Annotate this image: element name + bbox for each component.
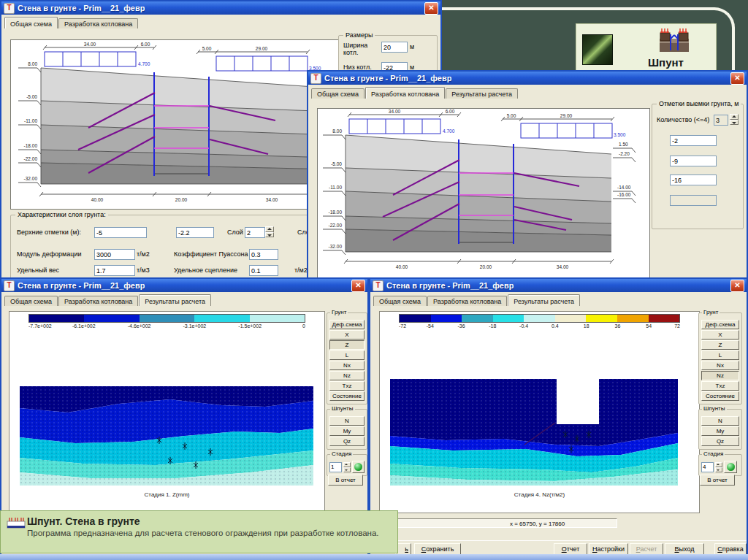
scale-segment — [493, 315, 524, 322]
scale-segment — [462, 315, 493, 322]
top-mark-2-field[interactable] — [176, 227, 214, 238]
cross-section-box: 34.00 6.00 5.00 29.00 4.700 3.500 8.00 -… — [10, 39, 339, 210]
results-panel: Грунт Деф.схема X Z L Nx Nz Txz Состояни… — [698, 312, 742, 480]
dim-label: 6.00 — [446, 109, 455, 114]
pit-width-field[interactable] — [381, 42, 408, 53]
layer-field[interactable] — [245, 227, 265, 238]
state-button[interactable]: Состояние — [329, 391, 365, 401]
close-icon[interactable] — [730, 72, 744, 85]
app-icon — [310, 73, 321, 84]
count-label: Количество (<=4) — [657, 116, 709, 123]
scale-tick-label: -1.5e+002 — [238, 323, 262, 329]
x-button[interactable]: X — [701, 330, 739, 340]
group-label: Грунт — [702, 309, 720, 315]
title-bar[interactable]: Стена в грунте - Prim__21_февр — [1, 279, 367, 292]
elevation-label: 8.00 — [332, 129, 342, 134]
tab-excavation[interactable]: Разработка котлована — [427, 296, 507, 306]
unit-label: м — [410, 43, 414, 50]
elevation-label: -32.00 — [24, 176, 38, 181]
stage-spinner[interactable] — [715, 462, 722, 472]
title-bar[interactable]: Стена в грунте - Prim__21_февр — [1, 1, 440, 15]
weight-field[interactable] — [94, 265, 135, 276]
app-icon — [373, 280, 383, 291]
tab-general-scheme[interactable]: Общая схема — [4, 17, 58, 28]
title-bar[interactable]: Стена в грунте - Prim__21_февр — [308, 72, 747, 85]
stage-field[interactable] — [701, 462, 714, 472]
scale-segment — [250, 315, 305, 322]
modulus-field[interactable] — [94, 249, 135, 260]
txz-button[interactable]: Txz — [329, 381, 365, 391]
poisson-label: Коэффициент Пуассона — [174, 250, 248, 258]
title-bar[interactable]: Стена в грунте - Prim__21_февр — [370, 279, 747, 292]
mark-2-field[interactable] — [670, 156, 717, 166]
tab-results[interactable]: Результаты расчета — [139, 294, 211, 306]
scale-segment — [194, 315, 249, 322]
scale-tick-label: -6.1e+002 — [72, 323, 96, 329]
z-button[interactable]: Z — [701, 340, 739, 350]
group-label: Отметки выемки грунта, м — [657, 100, 741, 107]
nz-button[interactable]: Nz — [701, 371, 739, 380]
tab-excavation[interactable]: Разработка котлована — [58, 18, 138, 28]
layer-spinner[interactable] — [265, 226, 274, 237]
close-icon[interactable] — [730, 280, 744, 292]
tab-excavation[interactable]: Разработка котлована — [58, 296, 138, 306]
group-label: Шпунты — [702, 405, 727, 412]
my-button[interactable]: My — [329, 426, 365, 436]
to-report-button[interactable]: В отчет — [328, 475, 363, 486]
stage-spinner[interactable] — [343, 462, 351, 472]
nx-button[interactable]: Nx — [701, 361, 739, 370]
scale-tick-label: -36 — [457, 323, 465, 329]
tab-general-scheme[interactable]: Общая схема — [373, 296, 427, 306]
count-field[interactable] — [714, 115, 728, 126]
cohesion-field[interactable] — [249, 265, 278, 276]
apply-stage-button[interactable] — [724, 461, 737, 473]
scale-tick-label: 36 — [615, 323, 621, 329]
top-mark-1-field[interactable] — [94, 227, 147, 238]
deform-scheme-button[interactable]: Деф.схема — [701, 320, 739, 329]
txz-button[interactable]: Txz — [701, 381, 739, 391]
elevation-label: -5.00 — [26, 94, 37, 99]
scale-segment — [649, 315, 680, 322]
l-button[interactable]: L — [329, 350, 365, 360]
slide-background: Шпунт Стена в грунте - Prim__21_февр Общ… — [0, 0, 748, 560]
qz-button[interactable]: Qz — [329, 437, 365, 446]
mark-3-field[interactable] — [670, 174, 717, 185]
tab-general-scheme[interactable]: Общая схема — [311, 88, 365, 99]
apply-stage-button[interactable] — [352, 461, 365, 473]
to-report-button[interactable]: В отчет — [700, 475, 735, 486]
my-button[interactable]: My — [701, 426, 739, 436]
dim-label: 6.00 — [141, 42, 150, 47]
qz-button[interactable]: Qz — [701, 437, 739, 446]
state-button[interactable]: Состояние — [701, 391, 739, 401]
dim-label: 20.00 — [480, 264, 492, 269]
deform-scheme-button[interactable]: Деф.схема — [329, 320, 365, 329]
fem-mesh-plot — [380, 331, 698, 494]
app-icon — [4, 3, 15, 14]
n-button[interactable]: N — [329, 416, 365, 426]
plot-caption: Стадия 4. Nz(т/м2) — [380, 491, 699, 498]
elevation-label: -11.00 — [329, 185, 342, 190]
window-excavation: Стена в грунте - Prim__21_февр Общая схе… — [307, 70, 748, 279]
nx-button[interactable]: Nx — [329, 361, 365, 370]
nz-button[interactable]: Nz — [329, 371, 365, 380]
dim-label: 29.00 — [256, 46, 268, 51]
n-button[interactable]: N — [701, 416, 739, 426]
tab-general-scheme[interactable]: Общая схема — [4, 296, 58, 306]
close-icon[interactable] — [424, 2, 438, 15]
poisson-field[interactable] — [249, 249, 278, 260]
tab-results[interactable]: Результаты расчета — [446, 88, 518, 99]
stage-field[interactable] — [329, 462, 342, 472]
tab-excavation[interactable]: Разработка котлована — [365, 87, 445, 99]
info-text: Программа предназначена для расчета стен… — [27, 528, 394, 539]
tab-results[interactable]: Результаты расчета — [508, 294, 580, 306]
group-label: Стадия — [702, 450, 725, 457]
modulus-label: Модуль деформации — [17, 250, 81, 258]
z-button[interactable]: Z — [329, 340, 365, 350]
x-button[interactable]: X — [329, 330, 365, 340]
scale-tick-label: -54 — [427, 323, 434, 329]
close-icon[interactable] — [351, 280, 365, 292]
mark-1-field[interactable] — [670, 135, 717, 146]
dim-label: 34.00 — [557, 264, 569, 269]
l-button[interactable]: L — [701, 350, 739, 360]
count-spinner[interactable] — [730, 114, 739, 125]
